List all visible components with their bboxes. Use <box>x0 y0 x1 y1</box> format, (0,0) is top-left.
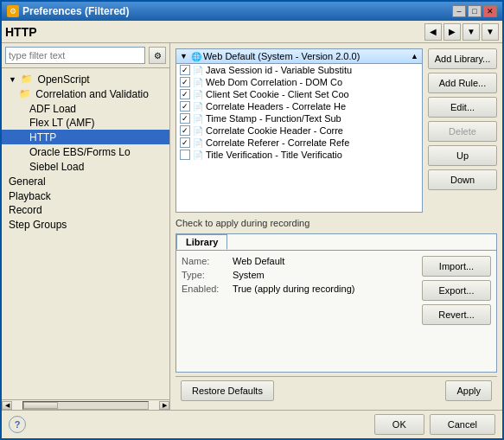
library-tab[interactable]: Library <box>176 234 227 250</box>
rule-row[interactable]: ✓ 📄 Client Set Cookie - Client Set Coo <box>176 88 422 100</box>
rule-text-7: Title Verification - Title Verificatio <box>206 150 342 160</box>
rule-icon-4: 📄 <box>193 114 203 124</box>
rule-row[interactable]: ✓ 📄 Correlate Headers - Correlate He <box>176 100 422 112</box>
rule-checkbox-7[interactable] <box>180 150 190 160</box>
bottom-left: Restore Defaults <box>181 380 274 401</box>
rule-row[interactable]: ✓ 📄 Web Dom Correlation - DOM Co <box>176 76 422 88</box>
rule-row[interactable]: 📄 Title Verification - Title Verificatio <box>176 149 422 161</box>
library-name-row: Name: Web Default <box>182 256 417 266</box>
rule-checkbox-1[interactable]: ✓ <box>180 77 190 87</box>
apply-button[interactable]: Apply <box>445 380 492 401</box>
rule-checkbox-6[interactable]: ✓ <box>180 137 190 148</box>
forward-button[interactable]: ▶ <box>443 23 461 41</box>
cancel-button[interactable]: Cancel <box>430 414 495 435</box>
restore-defaults-button[interactable]: Restore Defaults <box>181 380 274 401</box>
bottom-right: Apply <box>445 380 492 401</box>
up-button[interactable]: Up <box>428 145 497 166</box>
rule-text-3: Correlate Headers - Correlate He <box>206 101 346 112</box>
back-button[interactable]: ◀ <box>424 23 442 41</box>
scrollbar-thumb[interactable] <box>23 402 58 409</box>
scroll-right-button[interactable]: ▶ <box>159 401 169 410</box>
rule-text-1: Web Dom Correlation - DOM Co <box>206 77 342 87</box>
library-enabled-row: Enabled: True (apply during recording) <box>182 284 417 294</box>
check-label: Check to apply during recording <box>175 216 497 230</box>
sidebar-item-siebel[interactable]: Siebel Load <box>2 159 169 174</box>
rule-row[interactable]: ✓ 📄 Correlate Cookie Header - Corre <box>176 124 422 137</box>
rule-icon-2: 📄 <box>193 90 203 99</box>
library-info: Name: Web Default Type: System Enabled: … <box>182 256 417 367</box>
dialog-bottom: ? OK Cancel <box>2 410 502 438</box>
rules-list-header: ▼ 🌐 Web Default (System - Version 2.0.0)… <box>176 49 422 64</box>
rule-checkbox-3[interactable]: ✓ <box>180 101 190 112</box>
filter-row: ⚙ <box>2 43 169 68</box>
rule-checkbox-2[interactable]: ✓ <box>180 89 190 99</box>
content-area: ⚙ ▼ 📁 OpenScript 📁 Correlation and Valid… <box>2 43 502 410</box>
rule-checkbox-4[interactable]: ✓ <box>180 113 190 124</box>
rule-checkbox-0[interactable]: ✓ <box>180 65 190 75</box>
dropdown-button[interactable]: ▼ <box>463 23 480 41</box>
library-action-buttons: Import... Export... Revert... <box>422 256 491 367</box>
ok-button[interactable]: OK <box>374 414 424 435</box>
sidebar-item-correlation[interactable]: 📁 Correlation and Validatio <box>2 86 169 101</box>
rule-checkbox-5[interactable]: ✓ <box>180 125 190 136</box>
bottom-bar: Restore Defaults Apply <box>175 376 497 405</box>
sidebar-label: Oracle EBS/Forms Lo <box>29 146 131 158</box>
rule-text-4: Time Stamp - Function/Text Sub <box>206 113 341 124</box>
rule-row[interactable]: ✓ 📄 Java Session id - Variable Substitu <box>176 64 422 76</box>
rules-scroll[interactable]: ✓ 📄 Java Session id - Variable Substitu … <box>176 64 422 161</box>
library-type-row: Type: System <box>182 270 417 280</box>
window-title: Preferences (Filtered) <box>22 5 129 17</box>
rule-text-6: Correlate Referer - Correlate Refe <box>206 137 349 148</box>
sidebar-item-openscript[interactable]: ▼ 📁 OpenScript <box>2 72 169 86</box>
help-button[interactable]: ? <box>9 416 26 433</box>
rule-icon-1: 📄 <box>193 78 203 87</box>
sort-icon[interactable]: ▲ <box>411 52 418 61</box>
sidebar-label: Record <box>9 204 42 216</box>
name-value: Web Default <box>233 256 284 266</box>
scroll-left-button[interactable]: ◀ <box>2 401 12 410</box>
sidebar-label: Step Groups <box>9 219 67 231</box>
close-button[interactable]: ✕ <box>483 5 497 17</box>
rule-text-2: Client Set Cookie - Client Set Coo <box>206 89 349 99</box>
add-rule-button[interactable]: Add Rule... <box>428 73 497 93</box>
folder-icon: 📁 <box>19 88 31 99</box>
add-library-button[interactable]: Add Library... <box>428 48 497 69</box>
sidebar-label: OpenScript <box>38 73 90 86</box>
rules-header-label: Web Default (System - Version 2.0.0) <box>203 51 360 61</box>
sidebar-item-flex[interactable]: Flex LT (AMF) <box>2 115 169 130</box>
filter-icon-button[interactable]: ⚙ <box>149 47 166 64</box>
rule-text-5: Correlate Cookie Header - Corre <box>206 125 343 136</box>
sidebar-label: Siebel Load <box>29 161 84 173</box>
sidebar-item-adf[interactable]: ADF Load <box>2 101 169 116</box>
rule-row[interactable]: ✓ 📄 Correlate Referer - Correlate Refe <box>176 137 422 149</box>
sidebar-item-general[interactable]: General <box>2 174 169 188</box>
window-icon: ⚙ <box>7 5 19 17</box>
expand-arrow: ▼ <box>9 75 16 84</box>
down-button[interactable]: Down <box>428 169 497 190</box>
maximize-button[interactable]: □ <box>468 5 482 17</box>
menu-button[interactable]: ▼ <box>482 23 499 41</box>
type-value: System <box>233 270 265 280</box>
scrollbar-track[interactable] <box>22 401 149 410</box>
enabled-value: True (apply during recording) <box>233 284 354 294</box>
revert-button[interactable]: Revert... <box>422 304 491 325</box>
import-button[interactable]: Import... <box>422 256 491 277</box>
library-tabs: Library <box>176 234 496 251</box>
search-input[interactable] <box>5 47 145 64</box>
sidebar-label: Flex LT (AMF) <box>29 117 95 129</box>
preferences-dialog: ⚙ Preferences (Filtered) – □ ✕ HTTP ◀ ▶ … <box>0 0 504 440</box>
export-button[interactable]: Export... <box>422 280 491 301</box>
rule-row[interactable]: ✓ 📄 Time Stamp - Function/Text Sub <box>176 112 422 124</box>
sidebar-item-playback[interactable]: Playback <box>2 188 169 203</box>
rules-action-buttons: Add Library... Add Rule... Edit... Delet… <box>428 48 497 213</box>
sidebar-item-http[interactable]: HTTP <box>2 130 169 144</box>
sidebar-item-record[interactable]: Record <box>2 202 169 217</box>
minimize-button[interactable]: – <box>452 5 466 17</box>
sidebar: ⚙ ▼ 📁 OpenScript 📁 Correlation and Valid… <box>2 43 170 410</box>
edit-button[interactable]: Edit... <box>428 97 497 118</box>
sidebar-item-oracle[interactable]: Oracle EBS/Forms Lo <box>2 144 169 159</box>
sidebar-label: Playback <box>9 189 51 201</box>
sidebar-item-stepgroups[interactable]: Step Groups <box>2 217 169 232</box>
rule-icon-7: 📄 <box>193 150 203 160</box>
sidebar-scrollbar: ◀ ▶ <box>2 399 169 410</box>
